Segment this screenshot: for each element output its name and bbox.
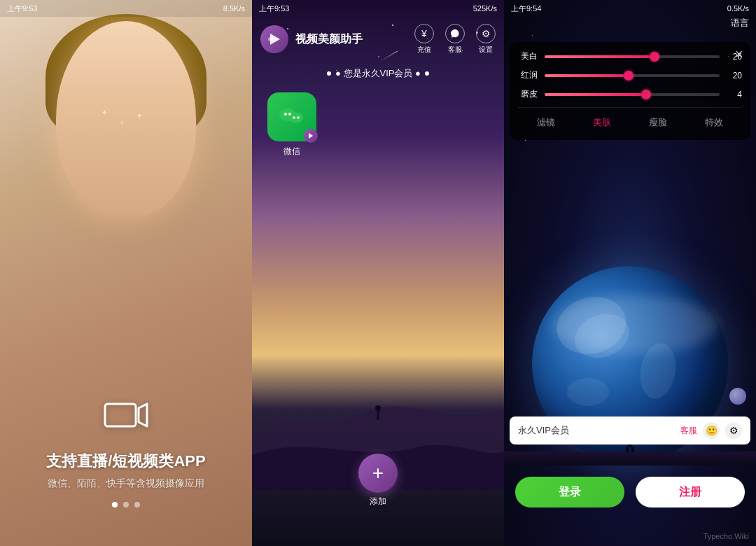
panel1-subtitle: 微信、陌陌、快手等含视频摄像应用 [0, 477, 252, 490]
watermark: Typecho.Wiki [704, 532, 749, 540]
panel1-title: 支持直播/短视频类APP [0, 451, 252, 472]
vip-bar: 永久VIP会员 客服 🙂 ⚙ [510, 416, 750, 444]
sparkle-1: ✦ [102, 108, 107, 116]
vip-label: 永久VIP会员 [518, 424, 680, 437]
wechat-icon-wrap [267, 92, 316, 141]
dot-1[interactable] [112, 502, 118, 507]
sparkle-2: ✧ [119, 119, 125, 127]
vip-dot-right [425, 71, 429, 76]
vip-dot-left [327, 71, 331, 76]
app-name: 视频美颜助手 [295, 32, 414, 47]
service-button[interactable]: 客服 [445, 24, 465, 55]
smoothing-thumb[interactable] [641, 90, 651, 99]
svg-marker-10 [309, 133, 313, 139]
auth-buttons: 登录 注册 [504, 477, 756, 507]
vip-actions: 客服 🙂 ⚙ [680, 422, 742, 439]
tab-effect[interactable]: 特效 [699, 113, 729, 132]
svg-rect-0 [105, 404, 136, 426]
add-plus-icon: + [372, 462, 384, 484]
p2-time: 上午9:53 [259, 4, 289, 14]
svg-point-5 [289, 113, 303, 123]
whitening-track[interactable] [545, 55, 720, 58]
svg-point-16 [550, 289, 632, 361]
panel1-content: 支持直播/短视频类APP 微信、陌陌、快手等含视频摄像应用 [0, 398, 252, 490]
settings-button[interactable]: ⚙ 设置 [476, 24, 496, 55]
sparkle-3: ✦ [136, 112, 142, 120]
panel3-statusbar: 上午9:54 0.5K/s [504, 0, 756, 17]
tab-filter[interactable]: 滤镜 [531, 113, 561, 132]
recharge-label: 充值 [417, 45, 431, 55]
language-button[interactable]: 语言 [731, 17, 749, 29]
video-icon [0, 398, 252, 440]
add-button[interactable]: + 添加 [358, 454, 398, 507]
tab-slim[interactable]: 瘦脸 [643, 113, 673, 132]
whitening-thumb[interactable] [650, 52, 659, 62]
panel-1: ✦ ✧ ✦ 上午9:53 8.5K/s 支持直播/短视频类APP 微信、陌陌、快… [0, 0, 252, 546]
header-actions: ¥ 充值 客服 ⚙ 设置 [414, 24, 496, 55]
settings-icon: ⚙ [476, 24, 496, 43]
vip-emoji-icon: 🙂 [703, 422, 720, 439]
p3-time: 上午9:54 [511, 4, 541, 14]
recharge-button[interactable]: ¥ 充值 [414, 24, 434, 55]
recharge-icon: ¥ [414, 24, 434, 43]
ruddy-fill [545, 74, 624, 77]
vip-text: ● 您是永久VIP会员 ● [335, 67, 421, 80]
settings-label: 设置 [479, 45, 493, 55]
dot-3[interactable] [134, 502, 140, 507]
panel2-header: 视频美颜助手 ¥ 充值 客服 ⚙ 设置 [252, 17, 504, 62]
ruddy-thumb[interactable] [624, 71, 634, 80]
ruddy-row: 红润 20 [518, 69, 742, 81]
sphere-decoration [729, 388, 746, 405]
tab-skin[interactable]: 美肤 [587, 113, 617, 132]
panel-3: 上午9:54 0.5K/s 语言 ✕ 美白 26 红润 20 磨皮 [504, 0, 756, 546]
whitening-fill [545, 55, 650, 58]
ruddy-label: 红润 [518, 69, 538, 81]
panel1-dots [0, 502, 252, 507]
login-label: 登录 [559, 485, 581, 500]
beauty-controls: ✕ 美白 26 红润 20 磨皮 4 [510, 42, 750, 140]
close-button[interactable]: ✕ [734, 48, 743, 61]
svg-point-15 [567, 378, 609, 406]
p1-time: 上午9:53 [7, 4, 37, 14]
panel-2: 上午9:53 525K/s 视频美颜助手 ¥ 充值 客服 [252, 0, 504, 546]
wechat-badge [304, 129, 318, 143]
svg-point-6 [284, 113, 287, 115]
register-button[interactable]: 注册 [636, 477, 745, 507]
p2-network: 525K/s [473, 4, 497, 13]
p1-network: 8.5K/s [223, 4, 245, 13]
panel2-statusbar: 上午9:53 525K/s [252, 0, 504, 17]
app-logo [260, 25, 288, 53]
vip-settings-icon[interactable]: ⚙ [725, 422, 742, 439]
whitening-label: 美白 [518, 50, 538, 62]
svg-marker-1 [139, 404, 147, 426]
p3-network: 0.5K/s [727, 4, 749, 13]
add-circle-icon: + [358, 454, 398, 493]
vip-service-link[interactable]: 客服 [680, 425, 697, 437]
girl-face [56, 21, 196, 217]
ruddy-value: 20 [727, 71, 742, 80]
svg-rect-19 [626, 447, 629, 452]
dot-2[interactable] [123, 502, 129, 507]
panel3-bottom [504, 511, 756, 546]
svg-point-9 [297, 116, 300, 119]
service-label: 客服 [448, 45, 462, 55]
wechat-app-item[interactable]: 微信 [260, 92, 323, 158]
vip-status-bar: ● 您是永久VIP会员 ● [252, 67, 504, 80]
svg-point-12 [375, 405, 381, 411]
service-icon [445, 24, 465, 43]
svg-point-7 [288, 113, 291, 115]
beauty-tabs: 滤镜 美肤 瘦脸 特效 [518, 107, 742, 132]
smoothing-track[interactable] [545, 93, 720, 96]
smoothing-label: 磨皮 [518, 88, 538, 100]
login-button[interactable]: 登录 [515, 477, 624, 507]
ruddy-track[interactable] [545, 74, 720, 77]
add-label: 添加 [370, 496, 386, 507]
svg-point-8 [293, 116, 295, 119]
smoothing-fill [545, 93, 641, 96]
panel1-statusbar: 上午9:53 8.5K/s [0, 0, 252, 17]
register-label: 注册 [679, 485, 701, 500]
wechat-label: 微信 [284, 146, 300, 158]
smoothing-row: 磨皮 4 [518, 88, 742, 100]
smoothing-value: 4 [727, 90, 742, 99]
svg-point-14 [636, 340, 680, 401]
